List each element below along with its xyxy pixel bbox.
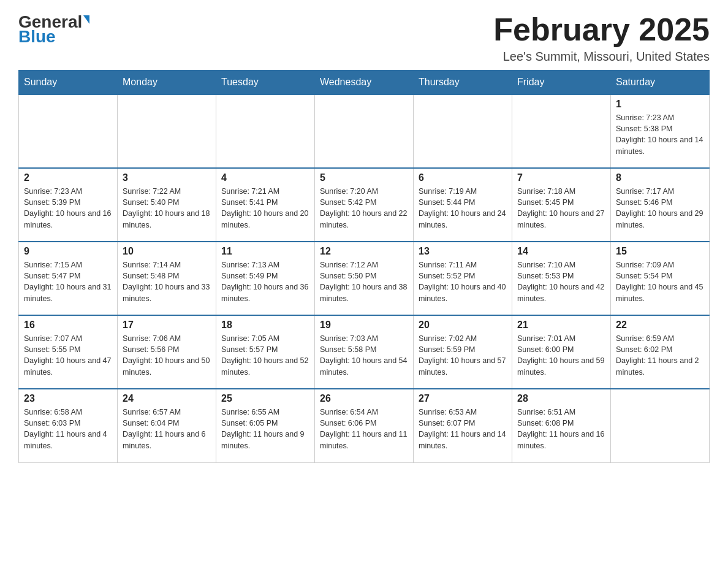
calendar-cell: 23Sunrise: 6:58 AMSunset: 6:03 PMDayligh… [19, 389, 118, 462]
day-info: Sunrise: 7:07 AMSunset: 5:55 PMDaylight:… [24, 333, 112, 378]
calendar-cell: 20Sunrise: 7:02 AMSunset: 5:59 PMDayligh… [414, 315, 512, 389]
location-subtitle: Lee's Summit, Missouri, United States [493, 50, 710, 64]
day-number: 3 [123, 172, 211, 183]
calendar-cell [315, 94, 414, 168]
day-number: 27 [419, 393, 507, 404]
day-number: 5 [320, 172, 408, 183]
calendar-cell: 12Sunrise: 7:12 AMSunset: 5:50 PMDayligh… [315, 242, 414, 315]
day-number: 23 [24, 393, 112, 404]
day-info: Sunrise: 7:20 AMSunset: 5:42 PMDaylight:… [320, 186, 408, 231]
day-number: 21 [517, 320, 605, 331]
logo: General Blue [18, 12, 89, 47]
day-info: Sunrise: 6:55 AMSunset: 6:05 PMDaylight:… [221, 407, 309, 451]
day-info: Sunrise: 7:06 AMSunset: 5:56 PMDaylight:… [123, 333, 211, 378]
week-row-1: 1Sunrise: 7:23 AMSunset: 5:38 PMDaylight… [19, 94, 710, 168]
weekday-header-monday: Monday [118, 71, 216, 95]
calendar-cell: 24Sunrise: 6:57 AMSunset: 6:04 PMDayligh… [118, 389, 216, 462]
calendar-cell: 15Sunrise: 7:09 AMSunset: 5:54 PMDayligh… [611, 242, 710, 315]
day-info: Sunrise: 7:09 AMSunset: 5:54 PMDaylight:… [616, 259, 704, 304]
weekday-header-thursday: Thursday [414, 71, 512, 95]
month-title: February 2025 [493, 12, 710, 47]
weekday-header-tuesday: Tuesday [216, 71, 315, 95]
weekday-header-sunday: Sunday [19, 71, 118, 95]
day-number: 11 [221, 246, 309, 257]
calendar-cell: 13Sunrise: 7:11 AMSunset: 5:52 PMDayligh… [414, 242, 512, 315]
day-number: 2 [24, 172, 112, 183]
day-number: 4 [221, 172, 309, 183]
day-info: Sunrise: 7:12 AMSunset: 5:50 PMDaylight:… [320, 259, 408, 304]
week-row-5: 23Sunrise: 6:58 AMSunset: 6:03 PMDayligh… [19, 389, 710, 462]
week-row-2: 2Sunrise: 7:23 AMSunset: 5:39 PMDaylight… [19, 168, 710, 242]
weekday-header-saturday: Saturday [611, 71, 710, 95]
calendar-cell: 19Sunrise: 7:03 AMSunset: 5:58 PMDayligh… [315, 315, 414, 389]
calendar-cell: 22Sunrise: 6:59 AMSunset: 6:02 PMDayligh… [611, 315, 710, 389]
day-info: Sunrise: 7:22 AMSunset: 5:40 PMDaylight:… [123, 186, 211, 231]
day-number: 10 [123, 246, 211, 257]
day-info: Sunrise: 7:17 AMSunset: 5:46 PMDaylight:… [616, 186, 704, 231]
day-info: Sunrise: 7:21 AMSunset: 5:41 PMDaylight:… [221, 186, 309, 231]
day-number: 6 [419, 172, 507, 183]
calendar-cell: 10Sunrise: 7:14 AMSunset: 5:48 PMDayligh… [118, 242, 216, 315]
calendar-cell: 25Sunrise: 6:55 AMSunset: 6:05 PMDayligh… [216, 389, 315, 462]
day-number: 14 [517, 246, 605, 257]
day-info: Sunrise: 6:53 AMSunset: 6:07 PMDaylight:… [419, 407, 507, 451]
day-number: 9 [24, 246, 112, 257]
calendar-cell [118, 94, 216, 168]
weekday-header-friday: Friday [512, 71, 611, 95]
day-info: Sunrise: 7:02 AMSunset: 5:59 PMDaylight:… [419, 333, 507, 378]
week-row-4: 16Sunrise: 7:07 AMSunset: 5:55 PMDayligh… [19, 315, 710, 389]
calendar-cell: 18Sunrise: 7:05 AMSunset: 5:57 PMDayligh… [216, 315, 315, 389]
logo-blue-text: Blue [18, 27, 56, 47]
day-info: Sunrise: 7:13 AMSunset: 5:49 PMDaylight:… [221, 259, 309, 304]
calendar-cell: 17Sunrise: 7:06 AMSunset: 5:56 PMDayligh… [118, 315, 216, 389]
calendar-cell: 3Sunrise: 7:22 AMSunset: 5:40 PMDaylight… [118, 168, 216, 242]
day-info: Sunrise: 7:19 AMSunset: 5:44 PMDaylight:… [419, 186, 507, 231]
calendar-cell: 7Sunrise: 7:18 AMSunset: 5:45 PMDaylight… [512, 168, 611, 242]
calendar-cell: 28Sunrise: 6:51 AMSunset: 6:08 PMDayligh… [512, 389, 611, 462]
day-number: 20 [419, 320, 507, 331]
calendar-cell [611, 389, 710, 462]
day-info: Sunrise: 6:51 AMSunset: 6:08 PMDaylight:… [517, 407, 605, 451]
day-info: Sunrise: 7:18 AMSunset: 5:45 PMDaylight:… [517, 186, 605, 231]
page-header: General Blue February 2025 Lee's Summit,… [18, 12, 710, 64]
calendar-cell: 27Sunrise: 6:53 AMSunset: 6:07 PMDayligh… [414, 389, 512, 462]
title-section: February 2025 Lee's Summit, Missouri, Un… [493, 12, 710, 64]
calendar-cell: 8Sunrise: 7:17 AMSunset: 5:46 PMDaylight… [611, 168, 710, 242]
day-number: 18 [221, 320, 309, 331]
calendar-cell: 1Sunrise: 7:23 AMSunset: 5:38 PMDaylight… [611, 94, 710, 168]
day-info: Sunrise: 7:03 AMSunset: 5:58 PMDaylight:… [320, 333, 408, 378]
calendar-cell: 26Sunrise: 6:54 AMSunset: 6:06 PMDayligh… [315, 389, 414, 462]
calendar-table: SundayMondayTuesdayWednesdayThursdayFrid… [18, 70, 710, 463]
weekday-header-row: SundayMondayTuesdayWednesdayThursdayFrid… [19, 71, 710, 95]
calendar-cell: 6Sunrise: 7:19 AMSunset: 5:44 PMDaylight… [414, 168, 512, 242]
day-number: 1 [616, 99, 704, 110]
calendar-cell: 11Sunrise: 7:13 AMSunset: 5:49 PMDayligh… [216, 242, 315, 315]
calendar-cell: 21Sunrise: 7:01 AMSunset: 6:00 PMDayligh… [512, 315, 611, 389]
day-number: 25 [221, 393, 309, 404]
day-number: 26 [320, 393, 408, 404]
weekday-header-wednesday: Wednesday [315, 71, 414, 95]
calendar-cell [414, 94, 512, 168]
day-number: 22 [616, 320, 704, 331]
day-number: 7 [517, 172, 605, 183]
day-info: Sunrise: 7:01 AMSunset: 6:00 PMDaylight:… [517, 333, 605, 378]
day-info: Sunrise: 7:23 AMSunset: 5:39 PMDaylight:… [24, 186, 112, 231]
calendar-cell [19, 94, 118, 168]
day-number: 15 [616, 246, 704, 257]
day-info: Sunrise: 7:15 AMSunset: 5:47 PMDaylight:… [24, 259, 112, 304]
day-info: Sunrise: 7:05 AMSunset: 5:57 PMDaylight:… [221, 333, 309, 378]
calendar-cell: 16Sunrise: 7:07 AMSunset: 5:55 PMDayligh… [19, 315, 118, 389]
calendar-cell [216, 94, 315, 168]
day-info: Sunrise: 7:23 AMSunset: 5:38 PMDaylight:… [616, 112, 704, 157]
day-number: 12 [320, 246, 408, 257]
day-info: Sunrise: 6:58 AMSunset: 6:03 PMDaylight:… [24, 407, 112, 451]
day-number: 16 [24, 320, 112, 331]
calendar-cell: 2Sunrise: 7:23 AMSunset: 5:39 PMDaylight… [19, 168, 118, 242]
calendar-cell [512, 94, 611, 168]
day-info: Sunrise: 6:59 AMSunset: 6:02 PMDaylight:… [616, 333, 704, 378]
day-number: 24 [123, 393, 211, 404]
week-row-3: 9Sunrise: 7:15 AMSunset: 5:47 PMDaylight… [19, 242, 710, 315]
day-info: Sunrise: 7:10 AMSunset: 5:53 PMDaylight:… [517, 259, 605, 304]
day-info: Sunrise: 6:54 AMSunset: 6:06 PMDaylight:… [320, 407, 408, 451]
calendar-cell: 5Sunrise: 7:20 AMSunset: 5:42 PMDaylight… [315, 168, 414, 242]
